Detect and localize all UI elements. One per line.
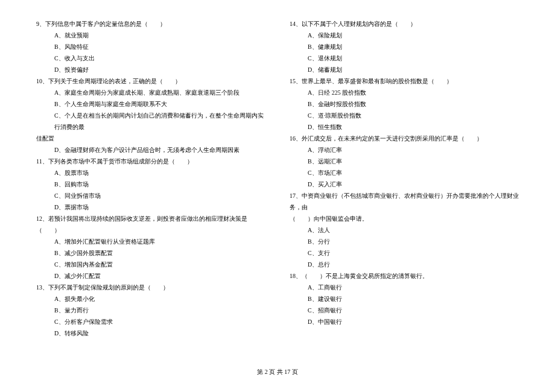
two-column-layout: 9、下列信息中属于客户的定量信息的是（ ） A、就业预期 B、风险特征 C、收入… (36, 18, 519, 361)
q15-stem: 15、世界上最早、最享盛誉和最有影响的股价指数是（ ） (290, 75, 519, 87)
q13-choice-a: A、损失最小化 (36, 293, 265, 305)
page-footer: 第 2 页 共 17 页 (36, 361, 519, 378)
q15-choice-c: C、道·琼斯股价指数 (290, 110, 519, 121)
q10-choice-c-cont: 佳配置 (36, 133, 265, 144)
q12-choice-a: A、增加外汇配置银行从业资格证题库 (36, 236, 265, 247)
q14-choice-a: A、保险规划 (290, 30, 519, 41)
q9-choice-a: A、就业预期 (36, 30, 265, 41)
q17-stem: 17、中资商业银行（不包括城市商业银行、农村商业银行）开办需要批准的个人理财业务… (290, 190, 519, 213)
q11-choice-d: D、票据市场 (36, 201, 265, 213)
q11-stem: 11、下列各类市场中不属于货币市场组成部分的是（ ） (36, 156, 265, 167)
q9-choice-d: D、投资偏好 (36, 64, 265, 75)
q13-stem: 13、下列不属于制定保险规划的原则的是（ ） (36, 282, 265, 293)
q10-choice-a: A、家庭生命周期分为家庭成长期、家庭成熟期、家庭衰退期三个阶段 (36, 87, 265, 98)
q16-choice-c: C、市场汇率 (290, 167, 519, 179)
q16-choice-d: D、买入汇率 (290, 179, 519, 190)
q14-stem: 14、以下不属于个人理财规划内容的是（ ） (290, 18, 519, 30)
q10-stem: 10、下列关于生命周期理论的表述，正确的是（ ） (36, 75, 265, 87)
q18-choice-d: D、中国银行 (290, 316, 519, 327)
q13-choice-b: B、量力而行 (36, 305, 265, 316)
right-column: 14、以下不属于个人理财规划内容的是（ ） A、保险规划 B、健康规划 C、退休… (290, 18, 519, 361)
q9-stem: 9、下列信息中属于客户的定量信息的是（ ） (36, 18, 265, 30)
q12-choice-d: D、减少外汇配置 (36, 270, 265, 282)
q9-choice-b: B、风险特征 (36, 41, 265, 52)
q18-choice-a: A、工商银行 (290, 282, 519, 293)
q10-choice-b: B、个人生命周期与家庭生命周期联系不大 (36, 98, 265, 110)
q16-stem: 16、外汇成交后，在未来约定的某一天进行交割所采用的汇率是（ ） (290, 133, 519, 144)
exam-page: 9、下列信息中属于客户的定量信息的是（ ） A、就业预期 B、风险特征 C、收入… (0, 0, 555, 392)
q17-choice-a: A、法人 (290, 224, 519, 236)
q16-choice-b: B、远期汇率 (290, 156, 519, 167)
q17-choice-b: B、分行 (290, 236, 519, 247)
q12-choice-c: C、增加国内基金配置 (36, 259, 265, 270)
q14-choice-c: C、退休规划 (290, 52, 519, 64)
q13-choice-c: C、分析客户保险需求 (36, 316, 265, 327)
q15-choice-b: B、金融时报股价指数 (290, 98, 519, 110)
q11-choice-a: A、股票市场 (36, 167, 265, 179)
q18-choice-c: C、招商银行 (290, 305, 519, 316)
q9-choice-c: C、收入与支出 (36, 52, 265, 64)
q10-choice-d: D、金融理财师在为客户设计产品组合时，无须考虑个人生命周期因素 (36, 144, 265, 156)
q14-choice-d: D、储蓄规划 (290, 64, 519, 75)
q14-choice-b: B、健康规划 (290, 41, 519, 52)
q18-choice-b: B、建设银行 (290, 293, 519, 305)
q15-choice-a: A、日经 225 股价指数 (290, 87, 519, 98)
q18-stem: 18、（ ）不是上海黄金交易所指定的清算银行。 (290, 270, 519, 282)
q12-choice-b: B、减少国外股票配置 (36, 247, 265, 259)
q15-choice-d: D、恒生指数 (290, 121, 519, 133)
q13-choice-d: D、转移风险 (36, 327, 265, 339)
q17-stem-cont: （ ）向中国银监会申请。 (290, 213, 519, 224)
q17-choice-d: D、总行 (290, 259, 519, 270)
q10-choice-c: C、个人是在相当长的期间内计划自己的消费和储蓄行为，在整个生命周期内实行消费的最 (36, 110, 265, 133)
q12-stem: 12、若预计我国将出现持续的国际收支逆差，则投资者应做出的相应理财决策是（ ） (36, 213, 265, 236)
q16-choice-a: A、浮动汇率 (290, 144, 519, 156)
left-column: 9、下列信息中属于客户的定量信息的是（ ） A、就业预期 B、风险特征 C、收入… (36, 18, 265, 361)
q11-choice-c: C、同业拆借市场 (36, 190, 265, 201)
q17-choice-c: C、支行 (290, 247, 519, 259)
q11-choice-b: B、回购市场 (36, 179, 265, 190)
